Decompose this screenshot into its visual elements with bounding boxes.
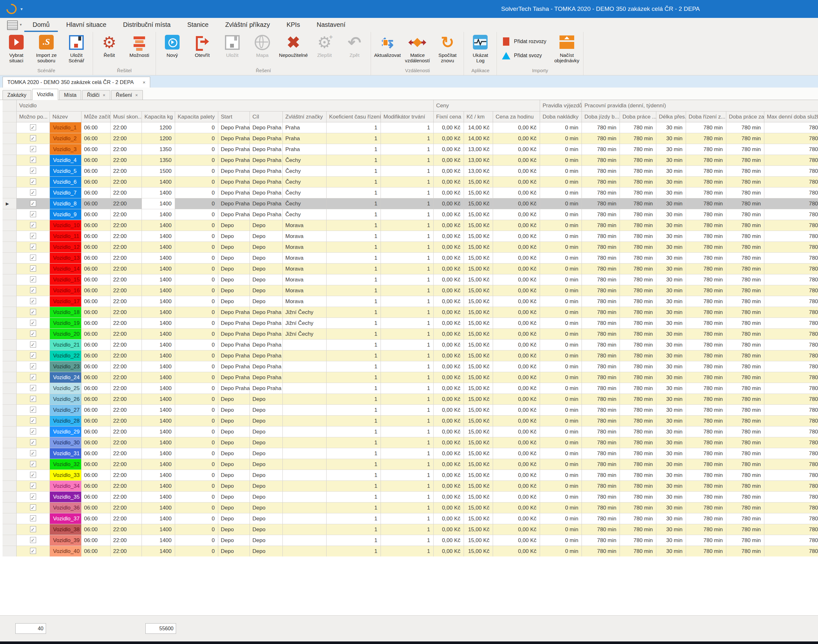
cell-koef[interactable]: 1 (327, 242, 381, 253)
cell-kg[interactable]: 1400 (142, 470, 175, 481)
cell-max[interactable]: 780 min (764, 264, 818, 274)
cell-kg[interactable]: 1400 (142, 448, 175, 459)
ribbon-button-show-log[interactable]: Ukázat Log (465, 34, 495, 64)
cell-cil[interactable]: Depo Praha (250, 144, 283, 155)
table-row[interactable]: Vozidlo_3106:0022:0014000DepoDepo110,00 … (3, 448, 818, 459)
column-header-skoncit[interactable]: Musí skon... (110, 112, 142, 122)
cell-check[interactable] (17, 361, 50, 372)
ribbon-button-save-gray[interactable]: Uložit (217, 34, 247, 58)
row-header[interactable] (3, 535, 17, 546)
cell-znacky[interactable] (283, 546, 327, 557)
cell-prace[interactable]: 780 min (620, 437, 656, 448)
cell-praceza[interactable]: 780 min (726, 198, 764, 209)
cell-hodina[interactable]: 0,00 Kč (493, 437, 540, 448)
table-row[interactable]: Vozidlo_2306:0022:0014000Depo PrahaDepo … (3, 361, 818, 372)
cell-zacit[interactable]: 06:00 (81, 372, 110, 383)
cell-jizdab[interactable]: 780 min (582, 416, 620, 426)
cell-hodina[interactable]: 0,00 Kč (493, 231, 540, 242)
cell-km[interactable]: 15,00 Kč (464, 242, 493, 253)
cell-prace[interactable]: 780 min (620, 166, 656, 177)
cell-zacit[interactable]: 06:00 (81, 264, 110, 274)
vehicle-name-cell[interactable]: Vozidlo_19 (50, 318, 81, 329)
vehicle-name-cell[interactable]: Vozidlo_33 (50, 470, 81, 481)
cell-zacit[interactable]: 06:00 (81, 274, 110, 285)
table-row[interactable]: Vozidlo_2706:0022:0014000DepoDepo110,00 … (3, 405, 818, 416)
cell-nakladka[interactable]: 0 min (540, 242, 582, 253)
table-row[interactable]: Vozidlo_706:0022:0014000Depo PrahaDepo P… (3, 187, 818, 198)
cell-check[interactable] (17, 481, 50, 492)
ribbon-button-save-blue[interactable]: Uložit Scénář (61, 34, 91, 64)
cell-cil[interactable]: Depo Praha (250, 350, 283, 361)
document-tab[interactable]: TOMKA 2020 - DEMO 350 zakázek celá ČR - … (3, 77, 150, 87)
cell-km[interactable]: 15,00 Kč (464, 307, 493, 318)
ribbon-button-solve-gear[interactable]: ⚙Řešit (94, 34, 124, 58)
cell-rizeni[interactable]: 780 min (686, 264, 726, 274)
cell-cil[interactable]: Depo (250, 437, 283, 448)
vehicle-name-cell[interactable]: Vozidlo_7 (50, 187, 81, 198)
cell-delka[interactable]: 30 min (656, 329, 686, 340)
row-checkbox[interactable] (30, 396, 36, 402)
ribbon-button-map-globe[interactable]: Mapa (247, 34, 277, 58)
cell-start[interactable]: Depo Praha (218, 155, 250, 166)
cell-hodina[interactable]: 0,00 Kč (493, 133, 540, 144)
cell-max[interactable]: 780 min (764, 198, 818, 209)
cell-max[interactable]: 780 min (764, 274, 818, 285)
cell-fixni[interactable]: 0,00 Kč (434, 155, 464, 166)
cell-fixni[interactable]: 0,00 Kč (434, 144, 464, 155)
cell-delka[interactable]: 30 min (656, 524, 686, 535)
cell-jizdab[interactable]: 780 min (582, 350, 620, 361)
cell-start[interactable]: Depo (218, 274, 250, 285)
row-header[interactable]: ▶ (3, 198, 17, 209)
cell-km[interactable]: 15,00 Kč (464, 350, 493, 361)
cell-cil[interactable]: Depo Praha (250, 209, 283, 220)
cell-zacit[interactable]: 06:00 (81, 133, 110, 144)
cell-check[interactable] (17, 535, 50, 546)
column-header-start[interactable]: Start (218, 112, 250, 122)
cell-modif[interactable]: 1 (381, 144, 434, 155)
table-row[interactable]: Vozidlo_406:0022:0013500Depo PrahaDepo P… (3, 155, 818, 166)
cell-znacky[interactable]: Morava (283, 220, 327, 231)
cell-modif[interactable]: 1 (381, 318, 434, 329)
cell-check[interactable] (17, 231, 50, 242)
ribbon-tab-stanice[interactable]: Stanice (179, 19, 217, 32)
cell-cil[interactable]: Depo Praha (250, 383, 283, 394)
cell-cil[interactable]: Depo (250, 481, 283, 492)
ribbon-button-add-pickups[interactable]: Přidat svozy (500, 51, 548, 60)
cell-cil[interactable]: Depo (250, 274, 283, 285)
subtab-close-icon[interactable]: × (135, 93, 138, 98)
cell-delka[interactable]: 30 min (656, 513, 686, 524)
cell-hodina[interactable]: 0,00 Kč (493, 166, 540, 177)
cell-hodina[interactable]: 0,00 Kč (493, 242, 540, 253)
cell-nakladka[interactable]: 0 min (540, 470, 582, 481)
cell-nakladka[interactable]: 0 min (540, 416, 582, 426)
cell-praceza[interactable]: 780 min (726, 470, 764, 481)
cell-palety[interactable]: 0 (175, 340, 218, 350)
cell-km[interactable]: 14,00 Kč (464, 122, 493, 133)
cell-koef[interactable]: 1 (327, 296, 381, 307)
row-checkbox[interactable] (30, 146, 36, 152)
cell-kg[interactable]: 1400 (142, 242, 175, 253)
cell-modif[interactable]: 1 (381, 253, 434, 264)
cell-kg[interactable]: 1400 (142, 524, 175, 535)
cell-praceza[interactable]: 780 min (726, 481, 764, 492)
cell-skoncit[interactable]: 22:00 (110, 242, 142, 253)
row-header[interactable] (3, 350, 17, 361)
cell-znacky[interactable]: Morava (283, 242, 327, 253)
cell-jizdab[interactable]: 780 min (582, 394, 620, 405)
table-row[interactable]: Vozidlo_3506:0022:0014000DepoDepo110,00 … (3, 492, 818, 503)
vehicle-name-cell[interactable]: Vozidlo_32 (50, 459, 81, 470)
cell-koef[interactable]: 1 (327, 459, 381, 470)
cell-km[interactable]: 15,00 Kč (464, 220, 493, 231)
cell-start[interactable]: Depo (218, 220, 250, 231)
cell-max[interactable]: 780 min (764, 372, 818, 383)
cell-prace[interactable]: 780 min (620, 361, 656, 372)
cell-kg[interactable]: 1400 (142, 394, 175, 405)
row-header[interactable] (3, 231, 17, 242)
cell-prace[interactable]: 780 min (620, 318, 656, 329)
cell-rizeni[interactable]: 780 min (686, 155, 726, 166)
table-row[interactable]: Vozidlo_3806:0022:0014000DepoDepo110,00 … (3, 524, 818, 535)
cell-znacky[interactable]: Čechy (283, 177, 327, 187)
cell-palety[interactable]: 0 (175, 416, 218, 426)
cell-palety[interactable]: 0 (175, 459, 218, 470)
cell-check[interactable] (17, 524, 50, 535)
